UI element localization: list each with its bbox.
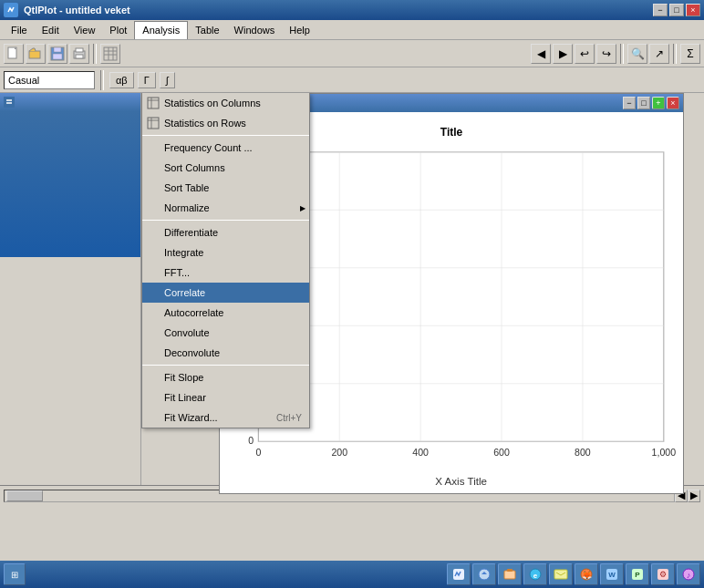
integrate-label: Integrate	[164, 247, 203, 258]
menu-analysis[interactable]: Analysis	[134, 21, 188, 39]
svg-text:200: 200	[331, 447, 347, 458]
svg-text:1,000: 1,000	[652, 447, 677, 458]
menu-file[interactable]: File	[4, 21, 35, 39]
svg-text:X Axis Title: X Axis Title	[435, 475, 487, 487]
integral-button[interactable]: ∫	[160, 72, 175, 88]
menu-correlate[interactable]: Correlate	[142, 283, 309, 303]
taskbar-icon-10[interactable]: ♪	[677, 563, 700, 585]
alpha-beta-button[interactable]: αβ	[109, 72, 134, 88]
svg-text:⚙: ⚙	[659, 570, 667, 579]
taskbar-icon-4[interactable]: e	[523, 563, 547, 585]
svg-text:e: e	[533, 572, 538, 580]
toolbar2-sep1	[100, 70, 104, 90]
undo-button[interactable]: ↩	[575, 44, 595, 64]
print-button[interactable]	[69, 44, 89, 64]
left-panel-bg	[0, 111, 140, 257]
font-input[interactable]	[4, 71, 95, 89]
new-button[interactable]	[4, 44, 24, 64]
taskbar-icon-5[interactable]	[549, 563, 573, 585]
scrollbar-thumb[interactable]	[6, 490, 43, 501]
taskbar-icon-2[interactable]	[472, 563, 496, 585]
window-title: QtlPlot - untitled veket	[24, 5, 130, 15]
stats-cols-icon	[146, 96, 160, 110]
correlate-label: Correlate	[164, 287, 205, 298]
stats-rows-icon	[146, 116, 160, 130]
menu-view[interactable]: View	[67, 21, 103, 39]
redo-button[interactable]: ↪	[596, 44, 616, 64]
zoom-button[interactable]: 🔍	[627, 44, 647, 64]
menu-table[interactable]: Table	[188, 21, 226, 39]
open-button[interactable]	[26, 44, 46, 64]
sort-table-label: Sort Table	[164, 182, 209, 193]
arrow-button[interactable]: ↗	[649, 44, 669, 64]
svg-text:W: W	[608, 571, 616, 579]
menu-freq-count[interactable]: Frequency Count ...	[142, 138, 309, 158]
start-button[interactable]: ⊞	[4, 563, 26, 585]
stats-columns-label: Statistics on Columns	[164, 98, 261, 108]
toolbar-row2: αβ Γ ∫	[0, 67, 704, 93]
left-panel-header	[0, 93, 140, 111]
stats-rows-label: Statistics on Rows	[164, 118, 246, 129]
graph-add-button[interactable]: +	[652, 97, 665, 109]
menu-stats-columns[interactable]: Statistics on Columns	[142, 93, 309, 113]
sep2	[142, 220, 309, 221]
menu-edit[interactable]: Edit	[35, 21, 67, 39]
main-area: Statistics on Columns Statistics on Rows…	[0, 93, 704, 485]
menu-help[interactable]: Help	[282, 21, 317, 39]
graph-title-controls: − □ + ×	[623, 97, 679, 109]
fit-linear-label: Fit Linear	[164, 392, 206, 403]
scroll-right-button[interactable]: ▶	[688, 490, 700, 502]
close-button[interactable]: ×	[686, 4, 700, 16]
menu-convolute[interactable]: Convolute	[142, 323, 309, 343]
graph-minimize-button[interactable]: −	[623, 97, 636, 109]
menu-differentiate[interactable]: Differentiate	[142, 222, 309, 242]
menu-fit-slope[interactable]: Fit Slope	[142, 367, 309, 387]
menu-deconvolute[interactable]: Deconvolute	[142, 343, 309, 363]
deconvolute-label: Deconvolute	[164, 347, 220, 358]
menu-stats-rows[interactable]: Statistics on Rows	[142, 113, 309, 133]
maximize-button[interactable]: □	[669, 4, 684, 16]
convolute-label: Convolute	[164, 327, 210, 338]
minimize-button[interactable]: −	[653, 4, 668, 16]
save-button[interactable]	[47, 44, 67, 64]
gamma-button[interactable]: Γ	[138, 72, 156, 88]
menu-sort-columns[interactable]: Sort Columns	[142, 158, 309, 178]
svg-rect-53	[554, 570, 567, 579]
menu-autocorrelate[interactable]: Autocorrelate	[142, 303, 309, 323]
sep3	[142, 365, 309, 366]
fft-label: FFT...	[164, 267, 190, 278]
menu-fit-linear[interactable]: Fit Linear	[142, 387, 309, 407]
svg-rect-4	[54, 47, 61, 52]
taskbar-icon-1[interactable]	[447, 563, 471, 585]
toolbar-row1: ◀ ▶ ↩ ↪ 🔍 ↗ Σ	[0, 40, 704, 67]
menu-fft[interactable]: FFT...	[142, 263, 309, 283]
taskbar-icon-6[interactable]: 🦊	[575, 563, 598, 585]
menu-sort-table[interactable]: Sort Table	[142, 178, 309, 198]
sigma-button[interactable]: Σ	[680, 44, 700, 64]
svg-text:0: 0	[248, 435, 254, 446]
menu-fit-wizard[interactable]: Fit Wizard... Ctrl+Y	[142, 407, 309, 428]
svg-text:400: 400	[412, 447, 429, 458]
zoom-in-button[interactable]: ◀	[531, 44, 551, 64]
graph-close-button[interactable]: ×	[667, 97, 679, 109]
menu-plot[interactable]: Plot	[102, 21, 134, 39]
taskbar-icon-3[interactable]	[498, 563, 522, 585]
table-button[interactable]	[100, 44, 120, 64]
taskbar-icon-9[interactable]: ⚙	[651, 563, 675, 585]
svg-rect-9	[104, 47, 117, 60]
svg-rect-49	[504, 571, 515, 579]
svg-rect-2	[29, 51, 40, 58]
freq-count-label: Frequency Count ...	[164, 142, 253, 153]
svg-rect-14	[4, 97, 15, 108]
taskbar-icon-8[interactable]: P	[626, 563, 649, 585]
menu-normalize[interactable]: Normalize	[142, 198, 309, 218]
menu-windows[interactable]: Windows	[227, 21, 283, 39]
svg-rect-23	[258, 152, 664, 442]
graph-maximize-button[interactable]: □	[637, 97, 650, 109]
svg-rect-20	[148, 118, 159, 129]
svg-rect-7	[76, 48, 83, 52]
zoom-out-button[interactable]: ▶	[553, 44, 573, 64]
menu-integrate[interactable]: Integrate	[142, 242, 309, 263]
taskbar-icon-7[interactable]: W	[600, 563, 624, 585]
app-icon	[4, 3, 18, 17]
